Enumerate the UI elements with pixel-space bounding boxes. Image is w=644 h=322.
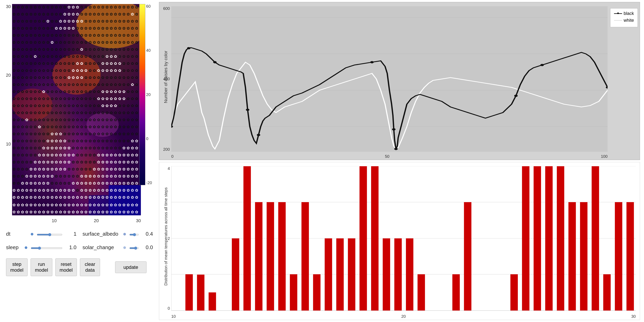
svg-text:✿: ✿	[38, 111, 41, 115]
svg-text:✿: ✿	[72, 40, 75, 44]
svg-text:✿: ✿	[63, 40, 66, 44]
svg-text:✿: ✿	[84, 104, 88, 108]
svg-text:✿: ✿	[25, 47, 28, 52]
svg-text:✿: ✿	[118, 125, 121, 129]
svg-text:✿: ✿	[118, 5, 121, 9]
svg-text:✿: ✿	[101, 104, 104, 108]
svg-text:✿: ✿	[106, 181, 109, 185]
svg-text:✿: ✿	[55, 146, 58, 150]
svg-text:✿: ✿	[21, 167, 24, 171]
svg-text:✿: ✿	[25, 40, 28, 44]
svg-text:✿: ✿	[50, 54, 54, 58]
svg-text:✿: ✿	[42, 12, 45, 16]
svg-text:✿: ✿	[131, 54, 134, 58]
svg-text:✿: ✿	[88, 76, 92, 80]
svg-text:✿: ✿	[84, 12, 88, 16]
svg-text:✿: ✿	[38, 160, 41, 164]
svg-text:✿: ✿	[63, 118, 66, 122]
svg-text:✿: ✿	[55, 82, 58, 87]
svg-text:✿: ✿	[42, 111, 45, 115]
x-tick-20: 20	[94, 218, 98, 224]
svg-rect-951	[406, 238, 413, 311]
legend-black-label: black	[624, 11, 634, 16]
svg-text:✿: ✿	[68, 40, 71, 44]
svg-text:✿: ✿	[93, 68, 96, 73]
svg-text:✿: ✿	[97, 26, 100, 30]
x-axis-ticks: 0 10 20 30	[12, 218, 141, 224]
svg-text:✿: ✿	[21, 5, 24, 9]
dt-slider[interactable]	[37, 234, 62, 236]
svg-text:✿: ✿	[50, 125, 54, 129]
bottom-chart-x-ticks: 10 20 30	[171, 314, 636, 319]
run-model-button[interactable]: run model	[30, 258, 52, 276]
svg-text:✿: ✿	[84, 33, 88, 38]
svg-text:✿: ✿	[68, 139, 71, 143]
svg-text:✿: ✿	[135, 104, 138, 108]
svg-text:✿: ✿	[114, 47, 117, 52]
daisy-field: ✿✿✿✿✿✿✿✿✿✿ ✿✿✿✿✿✿✿✿✿✿ ✿✿✿✿✿✿✿✿✿✿ ✿✿✿✿✿✿✿…	[12, 4, 141, 215]
svg-text:✿: ✿	[38, 62, 41, 66]
svg-text:✿: ✿	[97, 62, 100, 66]
svg-text:✿: ✿	[118, 12, 121, 16]
svg-text:✿: ✿	[59, 210, 62, 214]
svg-text:✿: ✿	[135, 188, 138, 192]
svg-text:✿: ✿	[12, 26, 16, 30]
svg-text:✿: ✿	[126, 40, 130, 44]
reset-model-button[interactable]: reset model	[55, 258, 77, 276]
svg-text:✿: ✿	[72, 174, 75, 178]
surface-albedo-slider[interactable]	[130, 234, 139, 236]
svg-text:✿: ✿	[101, 160, 104, 164]
svg-text:✿: ✿	[50, 188, 54, 192]
svg-text:✿: ✿	[34, 195, 37, 200]
svg-text:✿: ✿	[25, 62, 28, 66]
svg-text:✿: ✿	[97, 40, 100, 44]
top-chart-y-ticks: 600 400 200	[159, 6, 171, 152]
svg-text:✿: ✿	[126, 62, 130, 66]
svg-text:✿: ✿	[50, 195, 54, 200]
svg-text:✿: ✿	[38, 76, 41, 80]
svg-text:✿: ✿	[50, 111, 54, 115]
svg-point-916	[187, 47, 190, 49]
top-chart-legend: black white	[610, 8, 638, 27]
svg-text:✿: ✿	[122, 174, 126, 178]
svg-text:✿: ✿	[110, 195, 113, 200]
svg-text:✿: ✿	[88, 118, 92, 122]
svg-text:✿: ✿	[68, 111, 71, 115]
svg-text:✿: ✿	[88, 125, 92, 129]
svg-text:✿: ✿	[88, 153, 92, 157]
svg-text:✿: ✿	[30, 111, 32, 115]
svg-text:✿: ✿	[135, 82, 138, 87]
svg-text:✿: ✿	[72, 26, 75, 30]
svg-text:✿: ✿	[72, 82, 75, 87]
svg-text:✿: ✿	[97, 181, 100, 185]
svg-text:✿: ✿	[50, 26, 54, 30]
svg-text:✿: ✿	[12, 76, 16, 80]
svg-text:✿: ✿	[76, 5, 79, 9]
svg-text:✿: ✿	[34, 153, 37, 157]
svg-text:✿: ✿	[38, 96, 41, 101]
svg-text:✿: ✿	[97, 153, 100, 157]
solar-change-slider[interactable]	[130, 247, 139, 249]
svg-text:✿: ✿	[42, 125, 45, 129]
svg-text:✿: ✿	[46, 96, 50, 101]
svg-text:✿: ✿	[42, 210, 45, 214]
svg-text:✿: ✿	[84, 19, 88, 23]
svg-text:✿: ✿	[46, 26, 50, 30]
svg-text:✿: ✿	[55, 104, 58, 108]
svg-text:✿: ✿	[17, 111, 20, 115]
update-button[interactable]: update	[115, 262, 146, 273]
svg-text:✿: ✿	[30, 104, 32, 108]
svg-text:✿: ✿	[106, 167, 109, 171]
svg-text:✿: ✿	[50, 5, 54, 9]
svg-text:✿: ✿	[101, 76, 104, 80]
svg-text:✿: ✿	[25, 33, 28, 38]
clear-data-button[interactable]: clear data	[80, 258, 100, 276]
legend-white-label: white	[624, 18, 634, 23]
svg-text:✿: ✿	[25, 132, 28, 136]
svg-text:✿: ✿	[63, 160, 66, 164]
step-model-button[interactable]: step model	[6, 258, 28, 276]
svg-text:✿: ✿	[93, 40, 96, 44]
svg-text:✿: ✿	[50, 181, 54, 185]
svg-text:✿: ✿	[114, 153, 117, 157]
sleep-slider[interactable]	[31, 247, 62, 249]
